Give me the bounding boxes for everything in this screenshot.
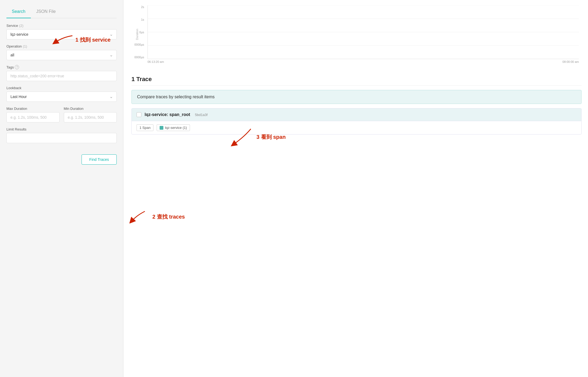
y-axis: 2s 1s 0µs 0000µs 0000µs bbox=[134, 5, 146, 59]
service-badge: lqz-service (1) bbox=[157, 124, 190, 131]
lookback-select-wrapper: Last Hour bbox=[6, 92, 117, 102]
max-duration-col: Max Duration bbox=[6, 107, 60, 122]
max-duration-input[interactable] bbox=[6, 112, 60, 122]
sidebar: Search JSON File Service (2) lqz-service… bbox=[0, 0, 123, 377]
tags-help-icon[interactable]: ? bbox=[15, 65, 19, 69]
operation-label: Operation (1) bbox=[6, 44, 117, 48]
limit-results-label: Limit Results bbox=[6, 127, 117, 131]
tags-label: Tags ? bbox=[6, 65, 117, 69]
tab-search[interactable]: Search bbox=[6, 5, 31, 18]
tags-input[interactable] bbox=[6, 71, 117, 81]
min-duration-input[interactable] bbox=[64, 112, 117, 122]
compare-banner: Compare traces by selecting result items bbox=[131, 90, 582, 104]
lookback-select[interactable]: Last Hour bbox=[6, 92, 117, 102]
limit-results-section: Limit Results 20 bbox=[6, 127, 117, 143]
operation-select-wrapper: all bbox=[6, 50, 117, 60]
find-traces-button[interactable]: Find Traces bbox=[82, 154, 117, 165]
chart-container: 2s 1s 0µs 0000µs 0000µs bbox=[148, 5, 579, 59]
main-content: Duration 2s 1s 0µs 0000µs 0000µs bbox=[123, 0, 588, 377]
find-traces-section: Find Traces bbox=[6, 154, 117, 165]
tab-json-file[interactable]: JSON File bbox=[31, 5, 61, 18]
operation-select[interactable]: all bbox=[6, 50, 117, 60]
service-select-wrapper: lqz-service bbox=[6, 29, 117, 39]
operation-section: Operation (1) all bbox=[6, 44, 117, 60]
service-color-dot bbox=[160, 126, 163, 130]
min-duration-col: Min Duration bbox=[64, 107, 117, 122]
tab-bar: Search JSON File bbox=[6, 5, 117, 18]
tags-section: Tags ? bbox=[6, 65, 117, 81]
service-select[interactable]: lqz-service bbox=[6, 29, 117, 39]
trace-checkbox[interactable] bbox=[137, 112, 141, 117]
duration-section: Max Duration Min Duration bbox=[6, 107, 117, 122]
trace-item: lqz-service: span_root 5bd1a3f 1 Span lq… bbox=[131, 108, 582, 135]
chart-area: Duration 2s 1s 0µs 0000µs 0000µs bbox=[131, 3, 582, 66]
trace-meta: 1 Span lqz-service (1) bbox=[132, 121, 581, 134]
chart-x-axis: 06:13:20 am 08:00:00 am bbox=[148, 59, 579, 63]
min-duration-label: Min Duration bbox=[64, 107, 117, 111]
trace-name[interactable]: lqz-service: span_root bbox=[145, 112, 190, 117]
lookback-section: Lookback Last Hour bbox=[6, 86, 117, 102]
duration-row: Max Duration Min Duration bbox=[6, 107, 117, 122]
lookback-label: Lookback bbox=[6, 86, 117, 90]
trace-count-heading: 1 Trace bbox=[131, 71, 582, 86]
trace-id: 5bd1a3f bbox=[195, 113, 208, 117]
service-section: Service (2) lqz-service bbox=[6, 24, 117, 39]
span-badge: 1 Span bbox=[137, 124, 153, 131]
chart-svg bbox=[148, 5, 579, 59]
limit-results-input[interactable]: 20 bbox=[6, 133, 117, 143]
trace-item-header: lqz-service: span_root 5bd1a3f bbox=[132, 108, 581, 121]
max-duration-label: Max Duration bbox=[6, 107, 60, 111]
service-label: Service (2) bbox=[6, 24, 117, 28]
